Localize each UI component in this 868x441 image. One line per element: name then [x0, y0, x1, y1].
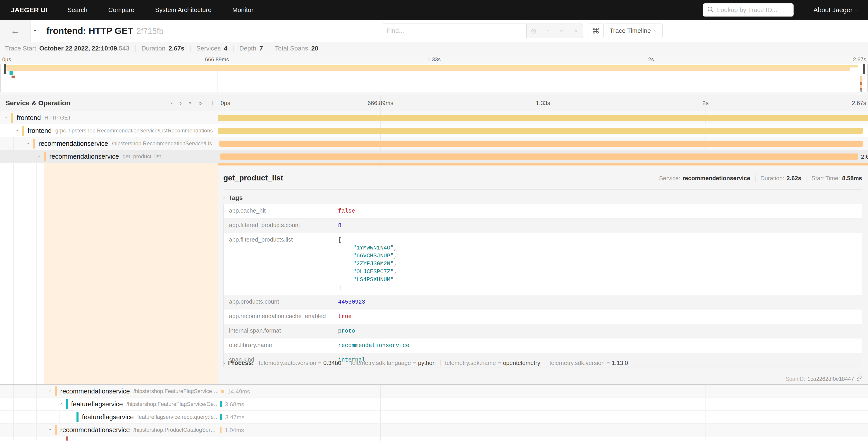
- prev-match-icon[interactable]: ›: [540, 24, 555, 38]
- span-name-column: ›recommendationserviceget_product_list: [0, 150, 218, 163]
- trace-view-selector[interactable]: Trace Timeline ›: [603, 24, 662, 38]
- tag-row[interactable]: app.recommendation.cache_enabledtrue: [223, 310, 862, 324]
- tag-key: otel.library.name: [223, 339, 335, 353]
- span-row-labels: frontendgrpc.hipstershop.RecommendationS…: [28, 124, 213, 137]
- tag-row[interactable]: internal.span.formatproto: [223, 324, 862, 339]
- clear-find-icon[interactable]: ×: [569, 24, 583, 38]
- minimap-right-handle[interactable]: [863, 64, 865, 74]
- tag-row[interactable]: app.filtered_products.list["1YMWWN1N4O",…: [223, 233, 862, 295]
- next-match-icon[interactable]: ›: [555, 24, 569, 38]
- span-expand-chevron[interactable]: ›: [14, 129, 20, 131]
- tag-value: true: [335, 310, 352, 324]
- minimap-span-block: [860, 85, 862, 88]
- trace-lookup-box[interactable]: [703, 3, 794, 17]
- process-row[interactable]: ›Process:telemetry.auto.version=0.34b0te…: [223, 359, 628, 366]
- service-name: recommendationservice: [60, 388, 130, 395]
- process-key: telemetry.sdk.name: [445, 359, 496, 366]
- span-row[interactable]: ›frontendgrpc.hipstershop.Recommendation…: [0, 124, 868, 137]
- span-expand-chevron[interactable]: ›: [4, 117, 9, 118]
- about-jaeger-label: About Jaeger: [813, 6, 852, 14]
- trace-title: frontend: HTTP GET2f715fb: [46, 26, 164, 36]
- nav-link-system-architecture[interactable]: System Architecture: [155, 6, 212, 13]
- span-row[interactable]: ›frontendHTTP GET: [0, 111, 868, 124]
- link-icon[interactable]: [856, 375, 862, 383]
- focus-match-icon[interactable]: ◎: [527, 24, 540, 38]
- span-row[interactable]: ›recommendationservice/hipstershop.Produ…: [0, 423, 868, 437]
- tag-row[interactable]: app.filtered_products.count8: [223, 218, 862, 233]
- span-expand-chevron[interactable]: ›: [47, 429, 53, 430]
- process-equals: =: [498, 359, 501, 366]
- list-close-bracket: ]: [338, 284, 397, 292]
- time-gridline: [706, 385, 706, 398]
- span-expand-chevron[interactable]: ›: [36, 155, 42, 157]
- time-gridline: [706, 437, 706, 441]
- keyboard-shortcuts-button[interactable]: ⌘: [588, 24, 604, 38]
- time-gridline: [217, 55, 217, 64]
- timeline-column-header: Service & Operation › › » » 0μs666.89ms1…: [0, 95, 868, 111]
- nav-link-search[interactable]: Search: [67, 6, 88, 13]
- indent-guide: [2, 137, 2, 150]
- span-name-column: ›recommendationservice/hipstershop.Produ…: [0, 423, 218, 436]
- span-row[interactable]: ›recommendationservice/hipstershop.Recom…: [0, 137, 868, 150]
- span-row[interactable]: featureflagservicefeatureflagservice.rep…: [0, 411, 868, 423]
- trace-lookup-input[interactable]: [717, 6, 789, 13]
- span-bar[interactable]: [221, 390, 224, 393]
- collapse-one-icon[interactable]: ›: [168, 102, 176, 104]
- detail-divider: [223, 189, 862, 189]
- span-name-column: ›frontendHTTP GET: [0, 111, 218, 124]
- indent-guide: [36, 385, 37, 398]
- collapse-all-icon[interactable]: »: [187, 101, 194, 105]
- trace-title-text: frontend: HTTP GET: [46, 26, 133, 36]
- column-resize-handle[interactable]: [212, 101, 214, 105]
- minimap-canvas[interactable]: [0, 64, 868, 92]
- indent-guide: [36, 411, 37, 423]
- tag-row[interactable]: otel.library.namerecommendationservice: [223, 339, 862, 353]
- tag-row[interactable]: app.cache_hitfalse: [223, 204, 862, 218]
- span-row[interactable]: ›recommendationserviceget_product_list2.…: [0, 150, 868, 163]
- process-item: telemetry.auto.version=0.34b0: [259, 359, 341, 366]
- service-label: Service:: [659, 175, 680, 182]
- span-bar[interactable]: [218, 115, 868, 121]
- tag-key: app.products.count: [223, 295, 335, 309]
- tag-value: ["1YMWWN1N4O","66VCHSJNUP","2ZYFJ3GM2N",…: [335, 233, 397, 295]
- span-row[interactable]: [0, 437, 868, 441]
- span-detail-row: get_product_list Service: recommendation…: [0, 163, 868, 385]
- indent-guide: [2, 124, 2, 137]
- span-expand-chevron[interactable]: ›: [58, 403, 64, 405]
- back-button[interactable]: ←: [0, 20, 31, 42]
- duration-label: Duration:: [761, 175, 784, 182]
- trace-collapse-chevron[interactable]: ›: [32, 29, 39, 31]
- time-gridline: [706, 95, 706, 111]
- nav-link-compare[interactable]: Compare: [108, 6, 134, 13]
- span-bar-column: 2.62s: [218, 150, 868, 163]
- span-bar[interactable]: [220, 153, 858, 159]
- span-row[interactable]: ›recommendationservice/hipstershop.Featu…: [0, 385, 868, 398]
- span-detail-left-gutter: [0, 163, 218, 384]
- app-brand[interactable]: JAEGER UI: [11, 6, 48, 14]
- span-bar[interactable]: [220, 401, 222, 407]
- span-bar[interactable]: [220, 414, 222, 420]
- meta-value-fraction: .543: [117, 45, 129, 52]
- tag-value: 44530923: [335, 295, 365, 309]
- expand-one-icon[interactable]: ›: [180, 99, 182, 107]
- tags-section-toggle[interactable]: › Tags: [223, 194, 243, 202]
- nav-link-monitor[interactable]: Monitor: [232, 6, 253, 13]
- span-bar[interactable]: [218, 128, 863, 134]
- span-row[interactable]: ›featureflagservice/hipstershop.FeatureF…: [0, 398, 868, 411]
- minimap-left-handle[interactable]: [4, 64, 6, 74]
- span-expand-chevron[interactable]: ›: [25, 142, 31, 144]
- tag-value: proto: [335, 324, 355, 338]
- indent-guide: [2, 398, 2, 410]
- find-input[interactable]: [382, 24, 527, 38]
- tag-row[interactable]: app.products.count44530923: [223, 295, 862, 310]
- span-expand-chevron[interactable]: ›: [47, 390, 53, 392]
- span-bar[interactable]: [219, 141, 863, 147]
- expand-all-icon[interactable]: »: [199, 99, 202, 107]
- about-jaeger-menu[interactable]: About Jaeger ›: [813, 6, 857, 14]
- service-color-bar: [66, 399, 68, 409]
- indent-guide: [25, 385, 25, 398]
- span-bar[interactable]: [220, 427, 221, 433]
- list-item: "2ZYFJ3GM2N",: [338, 260, 397, 268]
- indent-guide: [25, 437, 25, 441]
- span-name-column: ›recommendationservice/hipstershop.Featu…: [0, 385, 218, 398]
